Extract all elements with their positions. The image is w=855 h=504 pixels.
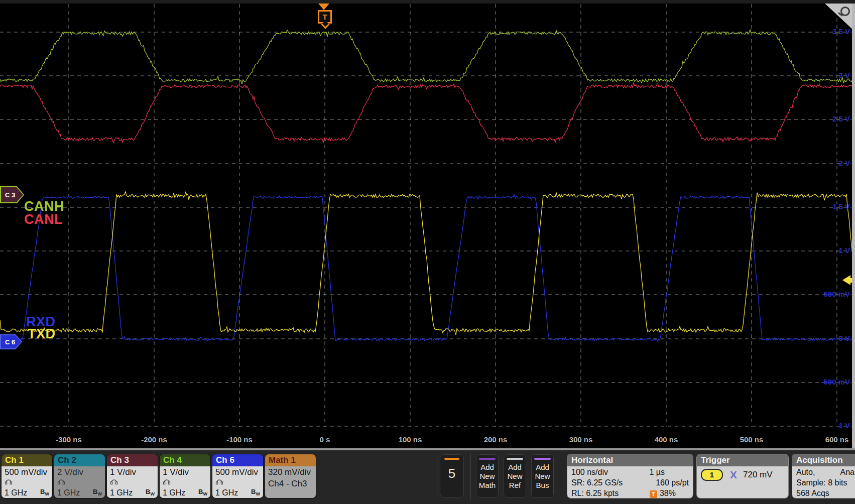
channel-bandwidth-row: 1 GHzBW: [54, 487, 105, 498]
time-axis-label: 400 ns: [644, 435, 689, 444]
horizontal-scale: 100 ns/div: [571, 467, 608, 477]
trigger-source-badge: 1: [701, 469, 723, 481]
volt-axis-label: -500 mV: [821, 377, 850, 386]
top-strip: [0, 0, 855, 4]
trigger-position-triangle-icon[interactable]: [318, 4, 329, 10]
channel-bandwidth: 1 GHz: [215, 488, 238, 498]
channel-bandwidth: 1 GHz: [163, 488, 185, 498]
probe-row: [54, 478, 105, 487]
badge-body: 320 mV/divCh4 - Ch3: [265, 466, 316, 498]
channel-bandwidth-row: 1 GHzBW: [160, 487, 210, 498]
acquisition-clipped-text: Ana: [840, 467, 854, 477]
badge-ch4[interactable]: Ch 41 V/div1 GHzBW: [160, 454, 210, 498]
either-edge-icon: X: [730, 469, 737, 480]
add-button-accent-bar: [479, 458, 496, 460]
trace-txd: [0, 192, 854, 335]
badge-label: Ch 3: [107, 454, 158, 466]
graticule-canvas: [0, 0, 855, 448]
right-edge-strip: [852, 4, 855, 448]
badge-math1[interactable]: Math 1320 mV/divCh4 - Ch3: [265, 454, 316, 498]
badge-label: Ch 6: [212, 454, 263, 466]
badge-body: 1 V/div1 GHzBW: [160, 466, 210, 498]
add-new-math-button[interactable]: AddNewMath: [476, 454, 499, 498]
probe-row: [212, 478, 263, 487]
volt-axis-label: 500 mV: [823, 290, 850, 298]
corner-zoom-flap[interactable]: [825, 4, 855, 32]
bandwidth-limit-badge: BW: [198, 487, 207, 498]
time-axis-label: -100 ns: [217, 435, 262, 444]
trigger-panel-title: Trigger: [697, 454, 788, 466]
add-button-accent-bar: [507, 458, 523, 460]
probe-row: [2, 478, 52, 487]
time-axis-label: 0 s: [302, 435, 347, 444]
badge-body: 2 V/div1 GHzBW: [54, 466, 105, 498]
volt-axis-label: 0 V: [838, 334, 850, 342]
settings-bar: Ch 1500 mV/div1 GHzBWCh 22 V/div1 GHzBWC…: [0, 450, 855, 504]
time-axis-label: 100 ns: [388, 435, 433, 444]
add-button-label: AddNewRef: [504, 463, 526, 490]
probe-row: [160, 478, 210, 487]
horizontal-panel[interactable]: Horizontal 100 ns/div 1 µs SR: 6.25 GS/s…: [567, 454, 693, 498]
add-button-label: AddNewBus: [532, 463, 553, 490]
channel-scale: 1 V/div: [107, 466, 158, 478]
badge-ch1[interactable]: Ch 1500 mV/div1 GHzBW: [2, 454, 52, 498]
channel-scale: 1 V/div: [160, 466, 210, 478]
trace-canl: [0, 83, 854, 143]
horizontal-trigger-position: 38%: [660, 489, 676, 497]
time-axis-label: 600 ns: [814, 435, 855, 444]
horizontal-resolution: 160 ps/pt: [656, 477, 689, 488]
probe-icon: [57, 478, 65, 485]
badge-ch6[interactable]: Ch 6500 mV/div1 GHzBW: [212, 454, 263, 498]
badge-body: 500 mV/div1 GHzBW: [2, 466, 52, 498]
horizontal-window: 1 µs: [649, 467, 665, 477]
badge-ch3[interactable]: Ch 31 V/div1 GHzBW: [107, 454, 158, 498]
corner-magnifier-icon[interactable]: [840, 7, 850, 16]
probe-row: [107, 478, 158, 487]
probe-icon: [215, 478, 223, 485]
channel-bandwidth: 1 GHz: [110, 488, 133, 498]
waveform-display[interactable]: C 3 C 6 T -300 ns-200 ns-100 ns0 s100 ns…: [0, 0, 855, 448]
oscilloscope-screen: C 3 C 6 T -300 ns-200 ns-100 ns0 s100 ns…: [0, 0, 855, 504]
count-accent-bar: [444, 458, 459, 460]
channel-bandwidth-row: 1 GHzBW: [107, 487, 158, 498]
volt-axis-label: 1.5 V: [832, 202, 850, 211]
math-scale: 320 mV/div: [265, 466, 316, 478]
channel-bandwidth-row: 1 GHzBW: [2, 487, 52, 498]
acquisition-panel-title: Acquisition: [792, 454, 855, 466]
bandwidth-limit-badge: BW: [40, 487, 49, 498]
channel-bandwidth-row: 1 GHzBW: [212, 487, 263, 498]
acquisition-panel[interactable]: Acquisition Auto, Ana Sample: 8 bits 568…: [792, 454, 855, 498]
horizontal-sample-rate: SR: 6.25 GS/s: [571, 477, 623, 488]
badge-label: Ch 2: [54, 454, 105, 466]
time-axis-label: 300 ns: [558, 435, 603, 444]
badge-body: 1 V/div1 GHzBW: [107, 466, 158, 498]
time-axis-label: -200 ns: [132, 435, 177, 444]
channel-scale: 500 mV/div: [212, 466, 263, 478]
add-new-bus-button[interactable]: AddNewBus: [531, 454, 554, 498]
acquisition-mode: Auto,: [796, 467, 815, 477]
add-new-ref-button[interactable]: AddNewRef: [504, 454, 526, 498]
time-axis-label: 200 ns: [473, 435, 518, 444]
badge-ch2[interactable]: Ch 22 V/div1 GHzBW: [54, 454, 105, 498]
acquisition-count: 568 Acqs: [796, 488, 829, 498]
time-axis-label: 500 ns: [729, 435, 774, 444]
channel-bandwidth: 1 GHz: [57, 488, 80, 498]
volt-axis-label: 2.5 V: [832, 114, 850, 123]
horizontal-panel-title: Horizontal: [567, 454, 693, 466]
math-source: Ch4 - Ch3: [265, 478, 316, 489]
badge-label: Ch 4: [160, 454, 210, 466]
trigger-panel[interactable]: Trigger 1X720 mV: [697, 454, 788, 498]
trigger-level-value: 720 mV: [743, 470, 773, 479]
badge-label: Ch 1: [2, 454, 52, 466]
probe-icon: [5, 478, 13, 485]
bandwidth-limit-badge: BW: [93, 487, 102, 498]
bandwidth-limit-badge: BW: [146, 487, 155, 498]
trace-label-canl: CANL: [24, 213, 63, 226]
waveform-count-button[interactable]: 5: [440, 454, 464, 498]
divider-left-of-count: [437, 453, 437, 499]
add-button-label: AddNewMath: [476, 463, 498, 490]
divider-right-of-count: [470, 453, 470, 499]
trace-label-canh: CANH: [24, 200, 64, 213]
add-button-accent-bar: [534, 458, 551, 460]
volt-axis-label: -1 V: [836, 421, 850, 430]
